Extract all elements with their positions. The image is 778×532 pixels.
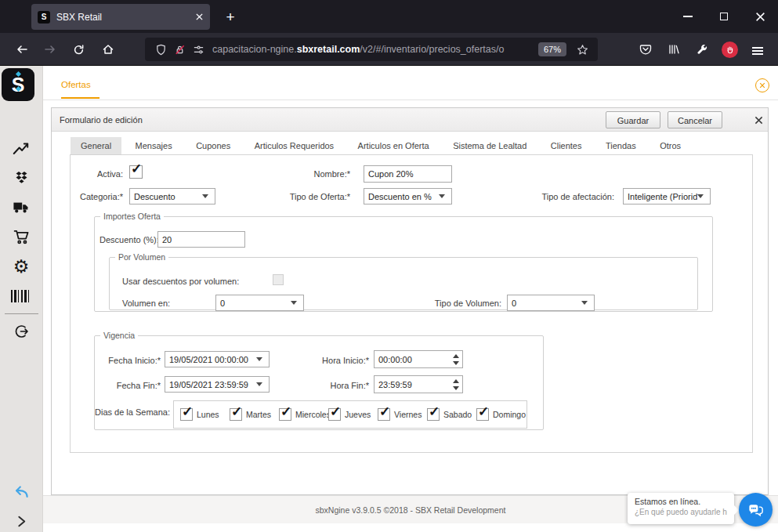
barcode-icon: [11, 290, 31, 302]
descuento-input[interactable]: 20: [157, 231, 245, 248]
sbx-logo[interactable]: S: [2, 68, 34, 101]
sidebar-item-settings[interactable]: ⚙: [9, 255, 33, 278]
window-maximize-button[interactable]: [707, 0, 741, 33]
day-sabado[interactable]: ✓Sabado: [427, 408, 476, 421]
day-checkbox[interactable]: ✓: [230, 408, 242, 421]
day-martes[interactable]: ✓Martes: [230, 408, 279, 421]
tab-close-icon[interactable]: [195, 13, 204, 21]
permissions-icon[interactable]: [189, 40, 208, 59]
panel-title: Formulario de edición: [60, 108, 143, 132]
tab-general[interactable]: General: [71, 137, 121, 154]
adblock-hand-icon[interactable]: [717, 37, 742, 62]
vigencia-group: Vigencia Fecha Inicio:* 19/05/2021 00:00…: [94, 331, 544, 430]
save-button[interactable]: Guardar: [606, 111, 660, 128]
tab-articulos-en-oferta[interactable]: Articulos en Oferta: [348, 137, 440, 154]
tracking-shield-icon[interactable]: [151, 40, 170, 59]
nav-tab-close-icon[interactable]: [755, 78, 769, 92]
undo-arrow-icon[interactable]: [9, 480, 33, 503]
sidebar-item-logout[interactable]: [9, 320, 33, 343]
sidebar-item-dashboard[interactable]: [9, 136, 33, 159]
tipo-afectacion-dropdown[interactable]: Inteligente (Prioridad 0): [623, 188, 711, 204]
tab-tiendas[interactable]: Tiendas: [595, 137, 646, 154]
vigencia-legend: Vigencia: [100, 331, 138, 340]
activa-checkbox[interactable]: ✓: [129, 165, 143, 179]
tab-otros[interactable]: Otros: [650, 137, 691, 154]
spinner-arrows[interactable]: [450, 376, 462, 393]
tab-title: SBX Retail: [56, 12, 195, 23]
developer-wrench-icon[interactable]: [689, 37, 715, 62]
window-minimize-button[interactable]: [671, 0, 705, 33]
day-checkbox[interactable]: ✓: [378, 408, 390, 421]
footer-version-text: sbxNgine v3.9.0.5 ©2018 - SBX Retail Dev…: [316, 505, 506, 515]
fecha-inicio-dropdown[interactable]: 19/05/2021 00:00:00: [165, 351, 270, 367]
sidebar-item-barcode[interactable]: [9, 284, 33, 308]
day-jueves[interactable]: ✓Jueves: [328, 408, 378, 421]
hora-fin-spinner[interactable]: 23:59:59: [374, 375, 463, 393]
site-favicon-icon: S: [38, 11, 50, 24]
chat-button[interactable]: [739, 493, 773, 527]
tab-clientes[interactable]: Clientes: [541, 137, 592, 154]
chevron-right-icon[interactable]: [9, 509, 33, 532]
por-volumen-legend: Por Volumen: [115, 252, 168, 262]
insecure-lock-icon[interactable]: [170, 40, 189, 59]
chat-tooltip[interactable]: Estamos en línea. ¿En qué puedo ayudarle…: [628, 493, 734, 524]
day-checkbox[interactable]: ✓: [476, 408, 489, 421]
categoria-dropdown[interactable]: Descuento: [129, 188, 215, 204]
cancel-button[interactable]: Cancelar: [668, 111, 722, 128]
day-viernes[interactable]: ✓Viernes: [378, 408, 427, 421]
new-tab-button[interactable]: +: [218, 4, 243, 30]
sidebar-item-cart[interactable]: [9, 225, 33, 248]
day-checkbox[interactable]: ✓: [328, 408, 341, 421]
tab-mensajes[interactable]: Mensajes: [125, 137, 183, 154]
tab-articulos-requeridos[interactable]: Articulos Requeridos: [244, 137, 345, 154]
tipo-afectacion-label: Tipo de afectación:: [528, 192, 614, 201]
day-domingo[interactable]: ✓Domingo: [476, 408, 526, 421]
pocket-icon[interactable]: [633, 37, 658, 62]
home-button[interactable]: [96, 37, 121, 62]
nav-tab-ofertas[interactable]: Ofertas: [61, 80, 91, 89]
window-close-button[interactable]: [743, 0, 777, 33]
activa-label: Activa:: [79, 169, 123, 179]
hora-inicio-spinner[interactable]: 00:00:00: [374, 350, 463, 368]
sidebar-item-shipping[interactable]: [9, 195, 33, 219]
form-close-icon[interactable]: [752, 114, 765, 126]
day-checkbox[interactable]: ✓: [279, 408, 291, 421]
day-checkbox[interactable]: ✓: [427, 408, 440, 421]
reload-button[interactable]: [66, 37, 91, 62]
browser-tab[interactable]: S SBX Retail: [31, 4, 210, 30]
chevron-down-icon: [256, 357, 262, 361]
back-button[interactable]: [9, 37, 34, 62]
tab-cupones[interactable]: Cupones: [186, 137, 241, 154]
volumen-en-dropdown[interactable]: 0: [215, 295, 304, 311]
tipo-oferta-label: Tipo de Oferta:*: [264, 192, 350, 201]
dias-semana-label: Dias de la Semana:: [95, 407, 170, 417]
browser-toolbar: capacitacion-ngine.sbxretail.com/v2/#/in…: [0, 33, 778, 66]
chevron-down-icon: [581, 301, 588, 305]
dias-semana-box: ✓Lunes ✓Martes ✓Miercoles ✓Jueves ✓Viern…: [173, 400, 527, 429]
chat-status-text: Estamos en línea.: [635, 497, 727, 506]
sidebar-divider: [5, 313, 38, 314]
chevron-down-icon: [256, 382, 262, 386]
tipo-volumen-dropdown[interactable]: 0: [507, 295, 595, 311]
menu-hamburger-icon[interactable]: [745, 37, 770, 62]
por-volumen-group: Por Volumen Usar descuentos por volumen:…: [109, 252, 698, 310]
usar-descuentos-checkbox[interactable]: [273, 274, 284, 285]
url-bar[interactable]: capacitacion-ngine.sbxretail.com/v2/#/in…: [145, 38, 598, 61]
chevron-down-icon: [291, 301, 297, 305]
bookmark-star-icon[interactable]: [573, 40, 592, 59]
importes-oferta-group: Importes Oferta Descuento (%): 20 Por Vo…: [94, 212, 713, 312]
zoom-level-badge[interactable]: 67%: [538, 42, 566, 56]
tab-sistema-de-lealtad[interactable]: Sistema de Lealtad: [443, 137, 537, 154]
spinner-arrows[interactable]: [450, 351, 462, 367]
day-miercoles[interactable]: ✓Miercoles: [279, 408, 328, 421]
importes-oferta-legend: Importes Oferta: [100, 212, 164, 221]
day-lunes[interactable]: ✓Lunes: [180, 408, 230, 421]
browser-tab-bar: S SBX Retail +: [0, 0, 778, 33]
day-checkbox[interactable]: ✓: [180, 408, 193, 421]
tipo-oferta-dropdown[interactable]: Descuento en %: [364, 188, 452, 204]
nombre-input[interactable]: Cupon 20%: [364, 165, 452, 183]
library-icon[interactable]: [661, 37, 686, 62]
sidebar-item-inventory[interactable]: [9, 165, 33, 189]
forward-button[interactable]: [38, 37, 63, 62]
fecha-fin-dropdown[interactable]: 19/05/2021 23:59:59: [165, 376, 270, 393]
